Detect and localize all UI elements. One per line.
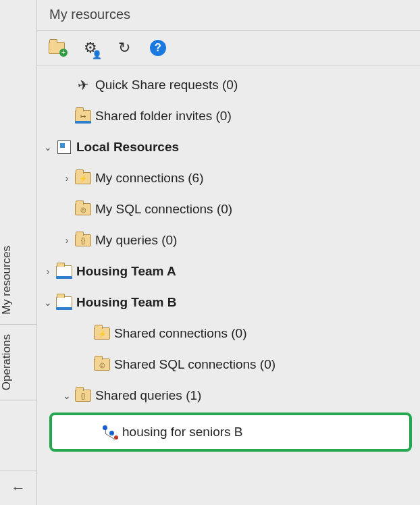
tree-count: (0)	[161, 233, 177, 248]
refresh-button[interactable]: ↻	[115, 39, 133, 57]
chevron-down-icon: ⌄	[41, 142, 55, 153]
tree-label: Local Resources	[76, 140, 179, 155]
folder-code-icon: {}	[74, 232, 93, 248]
folder-db-icon: ◎	[74, 201, 93, 217]
panel-toolbar: + ⚙👤 ↻ ?	[37, 31, 420, 65]
new-folder-button[interactable]: +	[48, 39, 65, 57]
tree-label: My connections	[95, 171, 184, 186]
highlighted-item-box: housing for seniors B	[49, 413, 412, 452]
chevron-right-icon: ›	[60, 235, 74, 246]
tree-count: (0)	[260, 357, 275, 372]
left-tab-strip: My resources Operations ←	[0, 0, 37, 505]
tree-count: (6)	[188, 171, 203, 186]
tree-count: (0)	[217, 202, 232, 217]
query-graph-icon	[101, 424, 120, 440]
resources-panel: My resources + ⚙👤 ↻ ? › ✈ Quick Share re…	[37, 0, 420, 505]
tree-label: Housing Team B	[76, 295, 177, 310]
paper-plane-icon: ✈	[72, 76, 93, 95]
tree-item-shared-invites[interactable]: › ↦ Shared folder invites (0)	[40, 101, 417, 132]
collapse-button[interactable]: ←	[0, 471, 36, 505]
chevron-right-icon: ›	[60, 173, 74, 184]
tree-item-housing-seniors-b[interactable]: housing for seniors B	[52, 415, 409, 449]
tree-item-my-sql-connections[interactable]: › ◎ My SQL connections (0)	[40, 194, 417, 225]
tree-item-shared-queries[interactable]: ⌄ {} Shared queries (1)	[40, 380, 417, 411]
folder-code-icon: {}	[74, 388, 93, 404]
tree-count: (0)	[231, 326, 246, 341]
folder-bolt-icon: ⚡	[93, 325, 111, 342]
tree-item-my-connections[interactable]: › ⚡ My connections (6)	[40, 163, 417, 194]
tree-label: My SQL connections	[95, 202, 213, 217]
resource-tree: › ✈ Quick Share requests (0) › ↦ Shared …	[37, 65, 420, 505]
computer-icon	[55, 139, 74, 155]
shared-folder-icon: ↦	[74, 108, 93, 124]
tree-count: (0)	[222, 78, 238, 92]
tree-item-my-queries[interactable]: › {} My queries (0)	[40, 225, 417, 256]
folder-db-icon: ◎	[93, 356, 111, 373]
team-folder-icon	[55, 294, 74, 311]
tree-count: (1)	[186, 388, 201, 403]
tree-label: My queries	[95, 233, 158, 248]
team-folder-icon	[55, 263, 74, 280]
tree-label: Shared connections	[114, 326, 228, 341]
settings-button[interactable]: ⚙👤	[82, 39, 99, 57]
tree-item-local-resources[interactable]: ⌄ Local Resources	[40, 132, 417, 163]
folder-plus-icon: +	[49, 42, 65, 54]
chevron-right-icon: ›	[41, 266, 55, 277]
refresh-icon: ↻	[118, 39, 130, 57]
folder-bolt-icon: ⚡	[74, 170, 93, 186]
tree-item-shared-sql-connections[interactable]: › ◎ Shared SQL connections (0)	[40, 349, 417, 380]
tree-item-team-a[interactable]: › Housing Team A	[40, 256, 417, 287]
tab-operations[interactable]: Operations	[0, 325, 36, 400]
tree-count: (0)	[216, 109, 232, 124]
help-button[interactable]: ?	[149, 39, 167, 57]
tree-label: Shared queries	[95, 388, 182, 403]
chevron-down-icon: ⌄	[60, 390, 74, 401]
tree-label: housing for seniors B	[122, 425, 243, 440]
tab-my-resources[interactable]: My resources	[0, 236, 36, 325]
chevron-down-icon: ⌄	[41, 297, 55, 308]
user-badge-icon: 👤	[92, 50, 102, 59]
tree-label: Quick Share requests	[95, 78, 219, 92]
tree-label: Shared SQL connections	[114, 357, 257, 372]
tree-label: Shared folder invites	[95, 109, 212, 124]
tree-item-shared-connections[interactable]: › ⚡ Shared connections (0)	[40, 318, 417, 349]
tree-label: Housing Team A	[76, 264, 176, 279]
panel-title: My resources	[37, 0, 420, 31]
help-icon: ?	[150, 40, 166, 56]
tree-item-team-b[interactable]: ⌄ Housing Team B	[40, 287, 417, 318]
tree-item-quick-share[interactable]: › ✈ Quick Share requests (0)	[40, 70, 417, 101]
